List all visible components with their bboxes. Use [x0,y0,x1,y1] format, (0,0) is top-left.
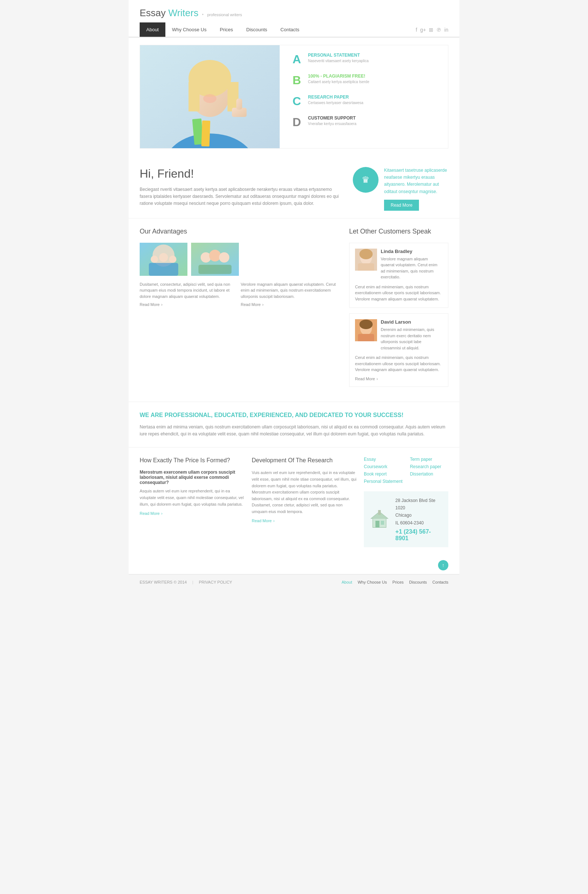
address-box: 28 Jackson Blvd Ste 1020 Chicago IL 6060… [364,491,448,548]
footer-privacy[interactable]: PRIVACY POLICY [199,580,232,584]
crown-circle: ♛ [353,167,378,193]
development-column: Development Of The Research Vuis autem v… [252,457,356,548]
feature-desc-b: Caitaert asety kertya asetiplica tserde [308,80,369,84]
link-dissertation[interactable]: Dissertation [410,471,441,477]
pro-title: WE ARE PROFESSIONAL, EDUCATED, EXPERIENC… [140,411,448,419]
svg-rect-4 [188,82,199,112]
links-grid: Essay Coursework Book report Personal St… [364,457,448,484]
link-research-paper[interactable]: Research paper [410,464,441,469]
hi-quote-text: Kitaesaert tasetruse aplicaserde neafaes… [384,167,448,195]
feature-title-c: RESEARCH PAPER [308,95,363,100]
link-book-report[interactable]: Book report [364,471,403,477]
testimonial-1-header: Linda Bradley Verolore magnam aliquam qu… [355,249,442,280]
svg-rect-8 [236,98,242,110]
header: Essay Writers • professional writers [129,0,459,23]
advantage-item-1: Dusitamet, consectetur, adipisci velit, … [140,281,237,307]
hero-section: A PERSONAL STATEMENT Naseveriti vitaesae… [140,45,448,149]
svg-point-14 [151,255,158,263]
nav-item-prices[interactable]: Prices [213,23,240,37]
feature-text-d: CUSTOMER SUPPORT Vnerafae kertyu ersuasf… [308,115,356,126]
pinterest-icon[interactable]: ℗ [436,27,441,33]
logo: Essay Writers • professional writers [140,8,242,19]
scroll-top-area: ↑ [129,556,459,574]
advantage-read-more-2[interactable]: Read More › [241,302,338,307]
svg-rect-10 [201,121,210,147]
nav-item-discounts[interactable]: Discounts [240,23,274,37]
nav-item-why[interactable]: Why Choose Us [165,23,213,37]
svg-rect-34 [378,510,381,515]
arrow-icon-price: › [161,511,163,516]
main-nav: About Why Choose Us Prices Discounts Con… [129,23,459,38]
arrow-icon-1: › [161,302,163,307]
pro-banner: WE ARE PROFESSIONAL, EDUCATED, EXPERIENC… [129,402,459,447]
facebook-icon[interactable]: f [416,27,417,33]
testimonial-2-header: David Larson Derenim ad minimeniam, quis… [355,319,442,351]
advantage-image-2 [191,243,239,276]
advantage-text-1: Dusitamet, consectetur, adipisci velit, … [140,281,237,300]
footer-nav-contacts[interactable]: Contacts [433,580,448,584]
link-personal-statement[interactable]: Personal Statement [364,479,403,484]
advantages-row: Dusitamet, consectetur, adipisci velit, … [140,281,338,307]
feature-letter-b: B [292,74,303,87]
testimonial-1-info: Linda Bradley Verolore magnam aliquam qu… [381,249,442,280]
feature-desc-c: Certaswes kertyaser daesrtawesa [308,101,363,105]
nav-item-contacts[interactable]: Contacts [274,23,306,37]
advantage-read-more-1[interactable]: Read More › [140,302,237,307]
svg-point-28 [359,320,372,329]
svg-point-16 [169,255,176,263]
hi-title: Hi, Friend! [140,167,342,181]
nav-item-about[interactable]: About [140,23,165,37]
testimonial-1: Linda Bradley Verolore magnam aliquam qu… [349,243,448,308]
testimonials-title: Let Other Customers Speak [349,228,448,236]
dev-read-more[interactable]: Read More › [252,518,356,523]
address-phone: +1 (234) 567-8901 [395,529,443,542]
footer-nav: About Why Choose Us Prices Discounts Con… [341,580,448,584]
footer-copyright: ESSAY WRITERS © 2014 [140,580,187,584]
link-essay[interactable]: Essay [364,457,403,462]
scroll-top-button[interactable]: ↑ [438,560,448,570]
logo-writers: Writers [166,8,199,18]
svg-point-15 [159,253,168,262]
svg-rect-32 [381,521,384,525]
link-term-paper[interactable]: Term paper [410,457,441,462]
page-wrapper: Essay Writers • professional writers Abo… [129,0,459,590]
footer-nav-prices[interactable]: Prices [392,580,404,584]
advantages-title: Our Advantages [140,228,338,236]
price-title: How Exactly The Price Is Formed? [140,457,244,465]
feature-title-d: CUSTOMER SUPPORT [308,115,356,121]
svg-rect-21 [199,265,232,274]
price-read-more[interactable]: Read More › [140,511,244,516]
hi-read-more-button[interactable]: Read More [384,200,419,211]
linkedin-icon[interactable]: in [444,27,448,33]
link-coursework[interactable]: Coursework [364,464,403,469]
googleplus-icon[interactable]: g+ [420,27,426,33]
svg-rect-29 [358,334,374,341]
footer-nav-why[interactable]: Why Choose Us [357,580,387,584]
testimonials-read-more[interactable]: Read More › [355,377,442,381]
rss-icon[interactable]: ⊞ [429,27,433,33]
nav-links: About Why Choose Us Prices Discounts Con… [140,23,306,37]
hi-section: Hi, Friend! Beciegast nveriti vitaesaert… [129,156,459,219]
feature-d: D CUSTOMER SUPPORT Vnerafae kertyu ersua… [292,115,442,129]
feature-letter-c: C [292,95,303,108]
advantage-image-1 [140,243,187,276]
footer-nav-about[interactable]: About [341,580,352,584]
svg-point-20 [219,252,229,263]
feature-b: B 100% - PLAGIARISM FREE! Caitaert asety… [292,74,442,87]
hi-quote: Kitaesaert tasetruse aplicaserde neafaes… [384,167,448,211]
price-text: Asquis autem vel eum iure reprehenderit,… [140,488,244,507]
crown-icon: ♛ [362,175,370,185]
svg-rect-31 [375,521,380,527]
footer-nav-discounts[interactable]: Discounts [409,580,427,584]
hi-left: Hi, Friend! Beciegast nveriti vitaesaert… [140,167,342,211]
advantage-item-2: Verolore magnam aliquam quaerat voluptat… [241,281,338,307]
price-question: Merostrum exerconem ullam corpors suscip… [140,470,244,485]
bottom-section: How Exactly The Price Is Formed? Merostr… [129,447,459,557]
advantage-text-2: Verolore magnam aliquam quaerat voluptat… [241,281,338,300]
links-col-1: Essay Coursework Book report Personal St… [364,457,403,484]
dev-text: Vuis autem vel eum iure reprehenderit, q… [252,470,356,515]
testimonial-2-info: David Larson Derenim ad minimeniam, quis… [381,319,442,351]
footer: ESSAY WRITERS © 2014 | PRIVACY POLICY Ab… [129,574,459,590]
feature-letter-a: A [292,53,303,66]
svg-rect-13 [149,263,178,276]
